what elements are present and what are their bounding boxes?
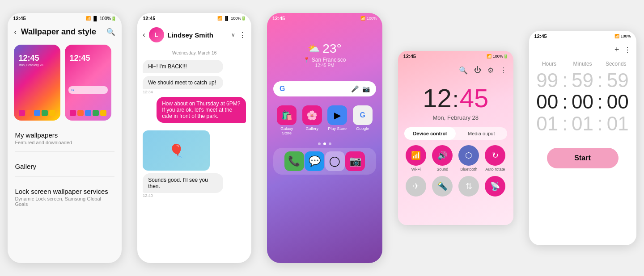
thumb2-time: 12:45 <box>69 54 90 63</box>
mini-icon-b <box>77 110 84 116</box>
dock-dots <box>267 142 382 145</box>
menu-sublabel-2: Dynamic Lock screen, Samsung Global Goal… <box>15 196 114 207</box>
lock-date: Mon, February 28 <box>398 114 513 127</box>
lock-time: 12 : 45 <box>398 76 513 114</box>
bubble-right-3: How about on Thursday at 6PM? If you are… <box>157 97 246 123</box>
start-button[interactable]: Start <box>547 148 619 168</box>
quick-wifi[interactable]: 📶 Wi-Fi <box>405 145 427 171</box>
status-bar-2: 12:45 📶 ▐▌ 100%🔋 <box>137 13 251 24</box>
header-1: ‹ Wallpaper and style 🔍 <box>8 24 122 40</box>
search-bar[interactable]: G 🎤 📷 <box>273 81 376 96</box>
wallpaper-thumb-1[interactable]: 12:45 Mon, February 28 <box>14 45 60 121</box>
status-icons-1: 📶 ▐▌ 100%🔋 <box>86 16 117 21</box>
status-icons-4: 📶 100%🔋 <box>487 54 508 59</box>
tab-device-control[interactable]: Device control <box>404 127 456 140</box>
phone-wallpaper: 12:45 📶 ▐▌ 100%🔋 ‹ Wallpaper and style 🔍… <box>8 13 122 263</box>
quick-rotate[interactable]: ↻ Auto rotate <box>484 145 506 171</box>
rotate-quick-icon: ↻ <box>485 145 505 166</box>
app-play-store[interactable]: ▶ Play Store <box>326 105 348 135</box>
thumb2-g: G <box>71 88 74 92</box>
chevron-icon[interactable]: ∨ <box>231 32 235 38</box>
mini-icon-5 <box>49 110 55 116</box>
battery-icon: 100%🔋 <box>100 16 117 21</box>
thumb-time: 12:45 <box>18 54 39 63</box>
lock-tabs: Device control Media ouput <box>404 127 507 140</box>
menu-my-wallpapers[interactable]: My wallpapers Featured and downloaded <box>8 125 122 147</box>
wifi-icon-5: 📶 <box>614 34 619 38</box>
dock-camera-icon[interactable]: 📷 <box>345 151 365 171</box>
wallpaper-thumb-2[interactable]: 12:45 G <box>65 45 111 121</box>
more-icon[interactable]: ⋮ <box>239 31 246 39</box>
search-icon-4[interactable]: 🔍 <box>459 66 468 75</box>
app-google[interactable]: G Google <box>352 105 373 135</box>
mic-icon[interactable]: 🎤 <box>351 85 359 92</box>
bubble-left-1: Hi~! I'm BACK!!! <box>143 60 223 73</box>
dock-phone-icon[interactable]: 📞 <box>284 151 304 171</box>
weather-icon: ⛅ <box>308 43 320 54</box>
timer-main-row: 00 : 00 : 00 <box>529 91 636 113</box>
dock-messages-icon[interactable]: 💬 <box>305 151 324 171</box>
msg-header: ‹ L Lindsey Smith ∨ ⋮ <box>137 24 251 46</box>
timer-bottom-row: 01 : 01 : 01 <box>529 113 636 134</box>
app-galaxy-store[interactable]: 🛍️ Galaxy Store <box>276 105 298 135</box>
sound-label: Sound <box>436 167 448 171</box>
galaxy-store-icon: 🛍️ <box>277 105 297 125</box>
status-time-3: 12:45 <box>272 16 285 21</box>
wifi-icon-2: 📶 <box>217 16 222 21</box>
dock-teams-icon[interactable]: ◯ <box>325 151 345 171</box>
menu-gallery[interactable]: Gallery <box>8 156 122 172</box>
status-time-1: 12:45 <box>13 16 25 21</box>
chat-balloon-image: 🎈 <box>143 130 210 171</box>
status-icons-5: 📶 100% <box>614 34 631 38</box>
search-icon-1[interactable]: 🔍 <box>106 28 115 36</box>
add-icon[interactable]: + <box>614 45 619 54</box>
quick-bluetooth[interactable]: ⬡ Bluetooth <box>458 145 480 171</box>
seconds-top: 59 <box>603 70 633 91</box>
sound-quick-icon: 🔊 <box>432 145 453 166</box>
page-title-1: Wallpaper and style <box>21 27 102 37</box>
bluetooth-label: Bluetooth <box>460 167 477 171</box>
menu-lock-screen[interactable]: Lock screen wallpaper services Dynamic L… <box>8 181 122 209</box>
lock-colon: : <box>453 87 459 113</box>
play-store-icon: ▶ <box>327 105 347 125</box>
colon-bottom-2: : <box>597 113 603 134</box>
thumb2-icons <box>70 110 106 116</box>
quick-icons-grid: 📶 Wi-Fi 🔊 Sound ⬡ Bluetooth ↻ Auto rotat… <box>398 140 513 198</box>
mini-icon-1 <box>19 110 25 116</box>
more-icon-4[interactable]: ⋮ <box>500 66 507 75</box>
mini-icon-a <box>70 110 76 116</box>
quick-hotspot[interactable]: 📡 <box>484 176 506 197</box>
menu-label-1: Gallery <box>15 163 114 170</box>
search-action-icons: 🎤 📷 <box>351 85 370 92</box>
quick-flashlight[interactable]: 🔦 <box>432 176 453 197</box>
dot-3 <box>329 142 331 145</box>
settings-icon[interactable]: ⚙ <box>487 66 494 75</box>
battery-text-4: 100%🔋 <box>493 54 508 59</box>
hours-main[interactable]: 00 <box>533 91 563 113</box>
rotate-label: Auto rotate <box>485 167 505 171</box>
seconds-main[interactable]: 00 <box>603 91 633 113</box>
menu-label-2: Lock screen wallpaper services <box>15 188 114 195</box>
phone-home: 12:45 📶 100% ⛅ 23° 📍 San Francisco 12:45… <box>267 13 382 263</box>
status-bar-1: 12:45 📶 ▐▌ 100%🔋 <box>8 13 122 24</box>
app-gallery[interactable]: 🌸 Gallery <box>301 105 323 135</box>
back-arrow-icon[interactable]: ‹ <box>14 28 16 36</box>
message-3: How about on Thursday at 6PM? If you are… <box>157 97 246 128</box>
camera-search-icon[interactable]: 📷 <box>362 85 370 92</box>
quick-data[interactable]: ⇅ <box>458 176 480 197</box>
message-1: Hi~! I'm BACK!!! <box>143 60 246 73</box>
app-grid: 🛍️ Galaxy Store 🌸 Gallery ▶ Play Store G… <box>267 101 382 140</box>
signal-icon: ▐▌ <box>92 16 98 21</box>
thumb-icons <box>19 110 55 116</box>
minutes-label: Minutes <box>566 58 599 70</box>
more-icon-5[interactable]: ⋮ <box>624 46 631 54</box>
tab-media-output[interactable]: Media ouput <box>456 127 507 140</box>
minutes-main[interactable]: 00 <box>568 91 597 113</box>
quick-sound[interactable]: 🔊 Sound <box>432 145 453 171</box>
quick-airplane[interactable]: ✈ <box>405 176 427 197</box>
minutes-top: 59 <box>568 70 597 91</box>
back-icon-2[interactable]: ‹ <box>143 31 145 39</box>
power-icon[interactable]: ⏻ <box>474 66 481 75</box>
phone-timer: 12:45 📶 100% + ⋮ Hours Minutes Seconds 9… <box>529 31 636 245</box>
battery-icon-2: 100%🔋 <box>231 16 246 21</box>
